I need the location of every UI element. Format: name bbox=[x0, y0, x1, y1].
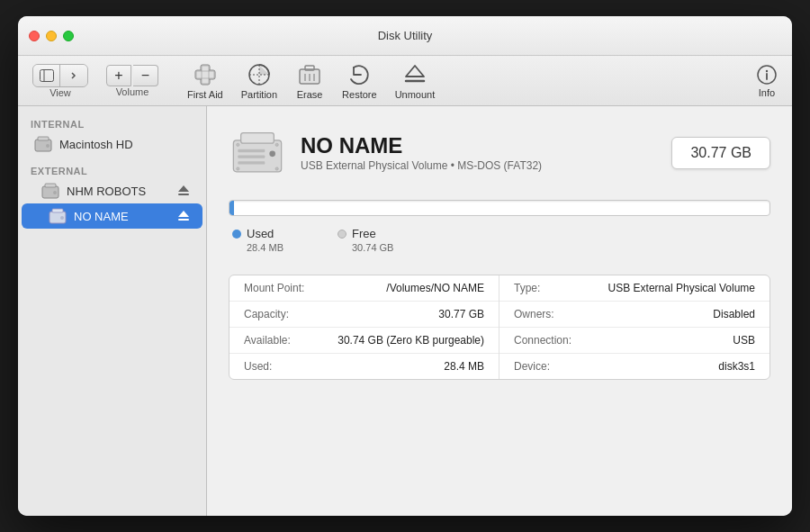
svg-marker-32 bbox=[178, 211, 189, 217]
free-dot bbox=[338, 230, 346, 239]
volume-icon-large bbox=[229, 124, 286, 182]
close-button[interactable] bbox=[29, 31, 40, 41]
titlebar: Disk Utility bbox=[18, 16, 792, 56]
volume-subtitle: USB External Physical Volume • MS-DOS (F… bbox=[301, 159, 671, 172]
svg-point-41 bbox=[275, 143, 278, 146]
svg-rect-12 bbox=[305, 66, 314, 70]
erase-icon bbox=[295, 62, 324, 87]
svg-point-43 bbox=[275, 167, 278, 170]
view-group: View bbox=[32, 64, 88, 98]
svg-rect-25 bbox=[45, 184, 56, 187]
macintosh-hd-label: Macintosh HD bbox=[59, 138, 133, 151]
sidebar: Internal Macintosh HD External bbox=[18, 106, 207, 516]
macintosh-hd-icon bbox=[34, 135, 52, 153]
restore-icon bbox=[345, 62, 374, 87]
mount-point-value: /Volumes/NO NAME bbox=[325, 282, 484, 294]
mount-point-key: Mount Point: bbox=[244, 282, 325, 294]
svg-point-42 bbox=[237, 167, 239, 170]
available-key: Available: bbox=[244, 334, 325, 347]
toolbar: View + − Volume bbox=[18, 56, 792, 106]
available-row: Available: 30.74 GB (Zero KB purgeable) bbox=[230, 328, 499, 354]
erase-label: Erase bbox=[297, 89, 323, 100]
used-key: Used: bbox=[244, 360, 325, 373]
maximize-button[interactable] bbox=[63, 31, 74, 41]
svg-point-31 bbox=[60, 216, 64, 220]
view-sidebar-button[interactable] bbox=[33, 65, 60, 86]
type-value: USB External Physical Volume bbox=[595, 282, 755, 294]
owners-value: Disabled bbox=[595, 308, 755, 320]
main-content: Internal Macintosh HD External bbox=[18, 106, 792, 516]
svg-rect-36 bbox=[238, 149, 265, 152]
storage-bar-container bbox=[229, 200, 770, 216]
used-value-detail: 28.4 MB bbox=[325, 360, 484, 373]
no-name-eject-button[interactable] bbox=[177, 209, 190, 224]
used-label: Used bbox=[247, 227, 274, 240]
internal-section-label: Internal bbox=[18, 115, 206, 131]
svg-point-39 bbox=[269, 151, 275, 158]
free-value: 30.74 GB bbox=[338, 242, 393, 253]
content-panel: NO NAME USB External Physical Volume • M… bbox=[207, 106, 792, 516]
view-label: View bbox=[50, 87, 71, 98]
device-key: Device: bbox=[514, 360, 595, 373]
view-btn-group bbox=[32, 64, 88, 87]
partition-icon bbox=[245, 62, 274, 87]
owners-key: Owners: bbox=[514, 308, 595, 320]
connection-key: Connection: bbox=[514, 334, 595, 347]
used-value: 28.4 MB bbox=[232, 242, 284, 253]
partition-button[interactable]: Partition bbox=[241, 62, 277, 100]
info-button[interactable]: Info bbox=[756, 64, 778, 98]
svg-rect-22 bbox=[38, 137, 49, 140]
mount-point-row: Mount Point: /Volumes/NO NAME bbox=[230, 275, 499, 302]
view-chevron-button[interactable] bbox=[60, 65, 87, 86]
main-window: Disk Utility View bbox=[18, 16, 792, 516]
svg-rect-28 bbox=[178, 194, 189, 195]
device-row: Device: disk3s1 bbox=[500, 354, 770, 379]
type-key: Type: bbox=[514, 282, 595, 294]
storage-bar-fill bbox=[230, 201, 234, 215]
sidebar-item-macintosh-hd[interactable]: Macintosh HD bbox=[22, 131, 202, 157]
svg-marker-16 bbox=[406, 66, 424, 77]
nhm-robots-icon bbox=[41, 182, 59, 200]
volume-btn-row: + − bbox=[106, 65, 158, 86]
svg-marker-27 bbox=[178, 185, 189, 192]
connection-value: USB bbox=[595, 334, 755, 347]
owners-row: Owners: Disabled bbox=[500, 302, 770, 328]
no-name-icon bbox=[49, 207, 67, 225]
svg-rect-30 bbox=[52, 209, 63, 212]
svg-point-26 bbox=[53, 191, 57, 194]
add-volume-button[interactable]: + bbox=[106, 65, 131, 86]
first-aid-button[interactable]: First Aid bbox=[187, 62, 223, 100]
traffic-lights bbox=[29, 31, 74, 41]
svg-point-20 bbox=[766, 69, 768, 71]
used-legend: Used 28.4 MB bbox=[232, 227, 284, 253]
svg-rect-0 bbox=[40, 69, 53, 81]
info-table: Mount Point: /Volumes/NO NAME Capacity: … bbox=[229, 275, 770, 380]
svg-rect-35 bbox=[241, 133, 274, 144]
svg-point-40 bbox=[237, 143, 239, 146]
toolbar-actions: First Aid Partition bbox=[187, 62, 435, 100]
minimize-button[interactable] bbox=[46, 31, 57, 41]
sidebar-item-no-name[interactable]: NO NAME bbox=[22, 203, 202, 229]
restore-button[interactable]: Restore bbox=[342, 62, 377, 100]
window-title: Disk Utility bbox=[378, 29, 433, 42]
external-section-label: External bbox=[18, 162, 206, 178]
volume-header: NO NAME USB External Physical Volume • M… bbox=[229, 124, 770, 182]
nhm-robots-label: NHM ROBOTS bbox=[67, 185, 146, 198]
no-name-label: NO NAME bbox=[74, 210, 129, 223]
first-aid-icon bbox=[191, 62, 220, 87]
type-row: Type: USB External Physical Volume bbox=[500, 275, 770, 302]
free-legend: Free 30.74 GB bbox=[338, 227, 393, 253]
used-dot bbox=[232, 230, 241, 239]
info-col-right: Type: USB External Physical Volume Owner… bbox=[500, 275, 770, 379]
erase-button[interactable]: Erase bbox=[295, 62, 324, 100]
sidebar-item-nhm-robots[interactable]: NHM ROBOTS bbox=[22, 178, 202, 203]
connection-row: Connection: USB bbox=[500, 328, 770, 354]
nhm-robots-eject-button[interactable] bbox=[177, 184, 190, 199]
capacity-row: Capacity: 30.77 GB bbox=[230, 302, 499, 328]
volume-label: Volume bbox=[116, 86, 149, 97]
svg-rect-38 bbox=[238, 161, 265, 164]
unmount-button[interactable]: Unmount bbox=[395, 62, 436, 100]
first-aid-label: First Aid bbox=[187, 89, 223, 100]
capacity-value: 30.77 GB bbox=[325, 308, 484, 320]
remove-volume-button[interactable]: − bbox=[133, 65, 158, 86]
